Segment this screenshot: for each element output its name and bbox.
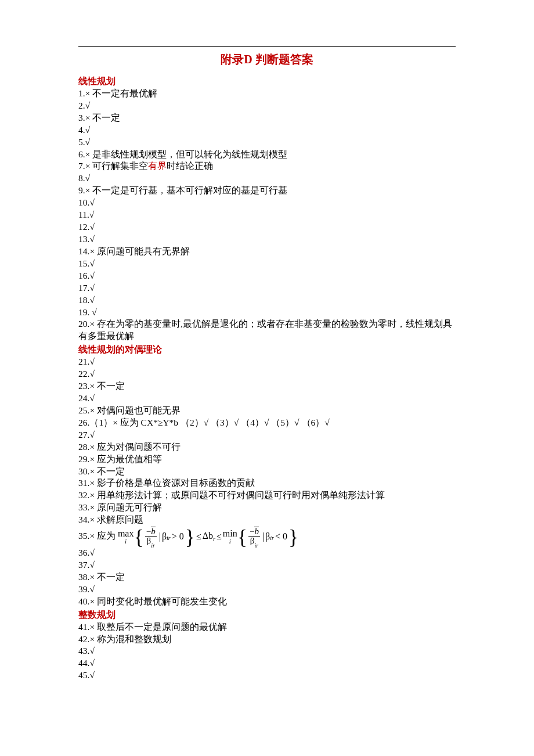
item-mark: × bbox=[89, 381, 95, 391]
title-pre: 附录 bbox=[221, 53, 244, 66]
item-number: 15. bbox=[78, 258, 89, 268]
item-text: 不一定是可行基，基本可行解对应的基是可行基 bbox=[90, 185, 287, 195]
item-mark: √ bbox=[89, 393, 95, 403]
item-number: 19. bbox=[78, 307, 92, 317]
item-text-post: 时结论正确 bbox=[167, 161, 213, 171]
item-text: 应为 bbox=[95, 531, 118, 541]
item-number: 30. bbox=[78, 466, 89, 476]
item-mark: × bbox=[89, 478, 95, 488]
item-number: 6. bbox=[78, 149, 85, 159]
answer-line: 18.√ bbox=[78, 294, 456, 307]
answer-line: 39.√ bbox=[78, 584, 456, 596]
title-post: 判断题答案 bbox=[252, 53, 313, 66]
item-mark: √ bbox=[89, 670, 95, 680]
item-text: 原问题无可行解 bbox=[95, 502, 162, 512]
section-heading: 线性规划 bbox=[78, 75, 456, 88]
item-mark: × bbox=[89, 531, 95, 541]
item-number: 37. bbox=[78, 560, 89, 570]
item-mark: × bbox=[89, 454, 95, 464]
answer-line: 9.× 不一定是可行基，基本可行解对应的基是可行基 bbox=[78, 185, 456, 197]
answer-line: 30.× 不一定 bbox=[78, 466, 456, 478]
section-heading: 整数规划 bbox=[78, 609, 456, 621]
item-text: 不一定 bbox=[95, 381, 125, 391]
answer-line: 8.√ bbox=[78, 172, 456, 185]
item-text: 不一定 bbox=[90, 113, 120, 123]
item-number: 34. bbox=[78, 514, 89, 524]
item-number: 28. bbox=[78, 442, 89, 452]
answer-line: 28.× 应为对偶问题不可行 bbox=[78, 441, 456, 453]
title-latin: D bbox=[244, 53, 252, 66]
item-number: 31. bbox=[78, 478, 89, 488]
item-text: 影子价格是单位资源对目标函数的贡献 bbox=[95, 478, 255, 488]
item-number: 1. bbox=[78, 88, 85, 98]
item-mark: √ bbox=[89, 234, 95, 244]
answer-line: 44.√ bbox=[78, 657, 456, 669]
item-number: 40. bbox=[78, 596, 89, 606]
item-text: 原问题可能具有无界解 bbox=[95, 246, 190, 256]
item-mark: √ bbox=[85, 125, 91, 135]
item-mark: × bbox=[89, 596, 95, 606]
item-mark: × bbox=[89, 319, 95, 329]
item-mark: √ bbox=[89, 548, 95, 557]
answer-line: 35.× 应为 maxi { −b βir | βir > 0 } ≤ Δbr … bbox=[78, 526, 456, 547]
item-mark: √ bbox=[89, 258, 95, 268]
item-number: 43. bbox=[78, 646, 89, 656]
answer-line: 29.× 应为最优值相等 bbox=[78, 453, 456, 466]
answer-line: 17.√ bbox=[78, 282, 456, 294]
item-number: 23. bbox=[78, 381, 89, 391]
item-number: 17. bbox=[78, 283, 89, 293]
answer-line: 22.√ bbox=[78, 368, 456, 380]
answer-line: 37.√ bbox=[78, 559, 456, 571]
answer-line: 34.× 求解原问题 bbox=[78, 514, 456, 526]
item-mark: √ bbox=[85, 173, 91, 183]
item-number: 3. bbox=[78, 113, 85, 123]
item-text-pre: 可行解集非空 bbox=[90, 161, 148, 171]
item-number: 20. bbox=[78, 319, 89, 329]
answer-line: 16.√ bbox=[78, 270, 456, 282]
answer-line: 23.× 不一定 bbox=[78, 380, 456, 393]
answer-line: 24.√ bbox=[78, 393, 456, 405]
item-text: 取整后不一定是原问题的最优解 bbox=[95, 622, 227, 632]
answer-line: 15.√ bbox=[78, 258, 456, 270]
item-text: 不一定 bbox=[95, 572, 125, 582]
item-number: 45. bbox=[78, 670, 89, 680]
answer-line: 2.√ bbox=[78, 100, 456, 112]
content: 线性规划1.× 不一定有最优解2.√3.× 不一定4.√5.√6.× 是非线性规… bbox=[78, 75, 456, 682]
item-number: 11. bbox=[78, 210, 89, 219]
item-mark: × bbox=[89, 634, 95, 644]
item-mark: √ bbox=[89, 283, 95, 293]
item-number: 16. bbox=[78, 271, 89, 280]
answer-line: 4.√ bbox=[78, 124, 456, 136]
answer-line: 20.× 存在为零的基变量时,最优解是退化的；或者存在非基变量的检验数为零时，线… bbox=[78, 318, 456, 343]
item-mark: √ bbox=[89, 646, 95, 656]
item-mark: √ bbox=[89, 271, 95, 280]
answer-line: 41.× 取整后不一定是原问题的最优解 bbox=[78, 621, 456, 633]
item-mark: √ bbox=[92, 307, 97, 317]
item-number: 36. bbox=[78, 548, 89, 557]
item-number: 29. bbox=[78, 454, 89, 464]
item-mark: √ bbox=[85, 137, 91, 147]
item-mark: √ bbox=[89, 369, 95, 379]
item-text: 用单纯形法计算；或原问题不可行对偶问题可行时用对偶单纯形法计算 bbox=[95, 490, 385, 500]
answer-line: 3.× 不一定 bbox=[78, 112, 456, 124]
item-text: 应为对偶问题不可行 bbox=[95, 442, 181, 452]
answer-line: 7.× 可行解集非空有界时结论正确 bbox=[78, 160, 456, 172]
item-mark: × bbox=[89, 502, 95, 512]
answer-line: 19. √ bbox=[78, 307, 456, 319]
item-text: 对偶问题也可能无界 bbox=[95, 405, 181, 415]
item-number: 12. bbox=[78, 222, 89, 232]
item-text: 应为最优值相等 bbox=[95, 454, 162, 464]
item-text: 是非线性规划模型，但可以转化为线性规划模型 bbox=[90, 149, 287, 159]
item-number: 38. bbox=[78, 572, 89, 582]
item-mark: × bbox=[89, 405, 95, 415]
item-number: 32. bbox=[78, 490, 89, 500]
item-text: 不一定有最优解 bbox=[90, 88, 157, 98]
answer-line: 42.× 称为混和整数规划 bbox=[78, 633, 456, 646]
answer-line: 38.× 不一定 bbox=[78, 571, 456, 584]
answer-line: 6.× 是非线性规划模型，但可以转化为线性规划模型 bbox=[78, 149, 456, 161]
item-text: 求解原问题 bbox=[95, 514, 143, 524]
item-mark: √ bbox=[89, 560, 95, 570]
item-number: 18. bbox=[78, 295, 89, 305]
item-number: 33. bbox=[78, 502, 89, 512]
item-mark: × bbox=[89, 442, 95, 452]
